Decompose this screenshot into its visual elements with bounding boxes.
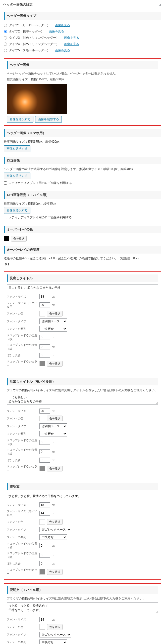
header-type-label-1: タイプ1（ヒーローヘッダー） [9, 23, 50, 27]
title-pc-shadowv-input[interactable] [39, 344, 50, 349]
title-pc-shadowh-input[interactable] [39, 335, 50, 340]
view-link-3[interactable]: 画像を見る [64, 36, 79, 40]
title-pc-heading: 見出しタイトル [7, 274, 158, 282]
color-swatch [39, 311, 45, 316]
px-unit: px [52, 295, 55, 298]
view-link-1[interactable]: 画像を見る [55, 23, 70, 27]
desc-sp-fontcolor-button[interactable]: 色を選択 [47, 624, 63, 630]
overlay-color-button[interactable]: 色を選択 [11, 236, 27, 242]
desc-pc-shadowcolor-button[interactable]: 色を選択 [47, 569, 63, 575]
title-sp-shadowcolor-label: ドロップシャドウのカラー [7, 465, 39, 472]
desc-pc-fonttype-label: フォントタイプ [7, 528, 39, 532]
header-type-label-2: タイプ2（標準ヘッダー） [9, 29, 44, 34]
desc-pc-fontcolor-button[interactable]: 色を選択 [47, 519, 63, 525]
title-sp-blur-input[interactable] [39, 458, 50, 463]
logo-sp-note: 推奨画像サイズ：横幅80px、縦幅35px [4, 201, 161, 206]
desc-pc-fonttype-select[interactable]: 游ゴシックベース [39, 527, 71, 532]
header-type-radio-3[interactable] [4, 36, 7, 39]
title-sp-shadowv-input[interactable] [39, 449, 50, 454]
logo-retina-checkbox[interactable] [4, 181, 7, 185]
desc-pc-fontcolor-label: フォントの色 [7, 520, 39, 524]
color-swatch [39, 519, 45, 525]
title-pc-fontcolor-label: フォントの色 [7, 312, 39, 315]
title-pc-fonttype-select[interactable]: 源明朝ベース [39, 318, 67, 324]
desc-pc-align-label: フォントの整列 [7, 535, 39, 539]
header-type-radio-1[interactable] [4, 24, 7, 27]
view-link-2[interactable]: 画像を見る [49, 29, 64, 34]
title-sp-shadowh-input[interactable] [39, 440, 50, 445]
desc-sp-align-select[interactable]: 中央寄せ [39, 639, 67, 644]
title-sp-fontsize-label: フォントサイズ [7, 409, 39, 413]
title-sp-align-label: フォントの整列 [7, 432, 39, 436]
desc-pc-fontsize-label: フォントサイズ [7, 503, 39, 507]
title-sp-fontcolor-button[interactable]: 色を選択 [47, 416, 63, 421]
desc-pc-fontsizesp-input[interactable] [39, 511, 50, 516]
px-unit: px [52, 503, 55, 506]
desc-pc-fontsize-input[interactable] [39, 502, 50, 507]
desc-pc-shadowcolor-label: ドロップシャドウのカラー [7, 568, 39, 576]
title-pc-shadowv-label: ドロップシャドウの位置（縦） [7, 343, 39, 351]
desc-pc-align-select[interactable]: 中央寄せ [39, 534, 67, 540]
view-link-4[interactable]: 画像を見る [64, 42, 79, 46]
px-unit: px [52, 441, 55, 444]
title-sp-fontsize-input[interactable] [39, 409, 50, 414]
header-type-label-4: タイプ4（斜めトリミングヘッダー） [9, 42, 59, 46]
title-pc-text-input[interactable] [7, 285, 158, 291]
title-sp-shadowv-label: ドロップシャドウの位置（縦） [7, 448, 39, 456]
panel-toggle-icon[interactable]: ▲ [159, 3, 162, 6]
desc-sp-box: 説明文（モバイル用） ブラウザの横幅がモバイルサイズ時に別の説明文を表示したい場… [4, 583, 161, 644]
px-unit: px [52, 618, 55, 621]
title-sp-fontcolor-label: フォントの色 [7, 417, 39, 420]
title-pc-fontsize-input[interactable] [39, 294, 50, 299]
desc-sp-fontsize-label: フォントサイズ [7, 618, 39, 621]
header-image-select-button[interactable]: 画像を選択する [7, 116, 33, 123]
logo-sp-select-button[interactable]: 画像を選択する [4, 207, 30, 214]
header-type-radio-2[interactable] [4, 30, 7, 33]
title-sp-fonttype-select[interactable]: 源明朝ベース [39, 423, 67, 429]
desc-pc-blur-input[interactable] [39, 561, 50, 566]
title-sp-shadowcolor-button[interactable]: 色を選択 [47, 466, 63, 471]
title-sp-blur-label: ぼかし具合 [7, 458, 39, 462]
px-unit: px [52, 303, 55, 306]
title-pc-align-select[interactable]: 中央寄せ [39, 326, 67, 332]
desc-sp-fonttype-select[interactable]: 游ゴシックベース [39, 632, 71, 637]
logo-heading: ロゴ画像 [4, 157, 161, 164]
color-swatch [39, 466, 45, 471]
title-pc-fontsizesp-label: フォントサイズ（モバイル用） [7, 301, 39, 309]
header-image-sp-heading: ヘッダー画像（スマホ用） [4, 129, 161, 137]
desc-pc-shadowh-input[interactable] [39, 543, 50, 548]
logo-select-button[interactable]: 画像を選択する [4, 173, 30, 179]
header-image-remove-button[interactable]: 画像を削除する [35, 116, 62, 123]
logo-note: ヘッダー画像の左上に表示するロゴ画像を設定します。推奨画像サイズ：横幅100px… [4, 167, 161, 172]
view-link-5[interactable]: 画像を見る [55, 48, 70, 53]
overlay-opacity-input[interactable] [4, 262, 14, 267]
desc-sp-note: ブラウザの横幅がモバイルサイズ時に別の説明文を表示したい場合は以下の入力欄をご利… [7, 596, 158, 601]
title-sp-shadowh-label: ドロップシャドウの位置（横） [7, 438, 39, 446]
header-type-radio-5[interactable] [4, 49, 7, 52]
color-swatch [39, 569, 45, 575]
px-unit: px [52, 512, 55, 515]
title-pc-align-label: フォントの整列 [7, 327, 39, 331]
header-type-heading: ヘッダー画像タイプ [4, 12, 161, 20]
px-unit: px [52, 554, 55, 557]
overlay-opacity-note: 透過率の数値を0（完全に透明）〜1.0（完全に不透明）の範囲で指定してください。… [4, 256, 161, 261]
desc-pc-fontsizesp-label: フォントサイズ（モバイル用） [7, 509, 39, 517]
header-type-radio-4[interactable] [4, 43, 7, 46]
title-sp-align-select[interactable]: 中央寄せ [39, 431, 67, 436]
desc-sp-text-input[interactable] [7, 602, 158, 613]
overlay-color-swatch [4, 236, 9, 241]
desc-sp-heading: 説明文（モバイル用） [7, 586, 158, 594]
logo-sp-retina-checkbox[interactable] [4, 216, 7, 219]
header-image-sp-select-button[interactable]: 画像を選択する [4, 145, 30, 152]
color-swatch [39, 624, 45, 630]
title-pc-blur-input[interactable] [39, 353, 50, 358]
title-pc-fontsizesp-input[interactable] [39, 302, 50, 307]
title-pc-fontcolor-button[interactable]: 色を選択 [47, 311, 63, 316]
title-pc-blur-label: ぼかし具合 [7, 353, 39, 357]
px-unit: px [52, 345, 55, 348]
desc-pc-text-input[interactable] [7, 493, 158, 499]
desc-sp-fontsize-input[interactable] [39, 617, 50, 622]
desc-pc-shadowv-input[interactable] [39, 553, 50, 558]
title-sp-text-input[interactable] [7, 394, 158, 405]
title-pc-shadowcolor-button[interactable]: 色を選択 [47, 361, 63, 367]
